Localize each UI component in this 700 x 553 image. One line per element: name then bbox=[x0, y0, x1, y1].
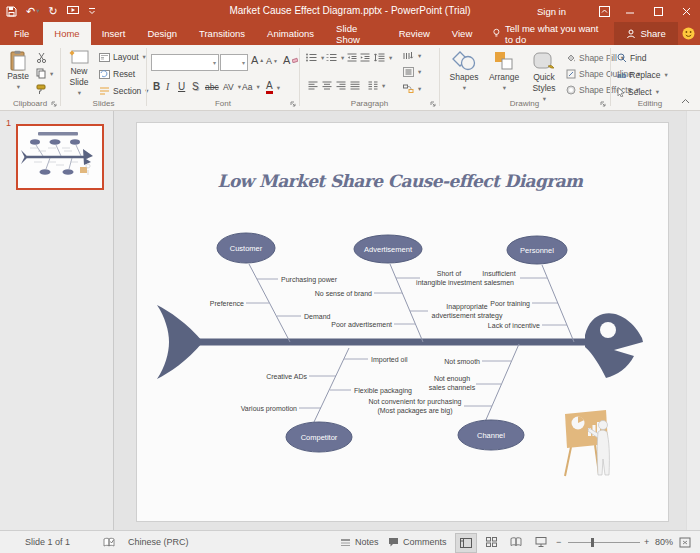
zoom-slider[interactable] bbox=[568, 542, 640, 543]
paste-button[interactable]: Paste bbox=[4, 50, 32, 90]
zoom-level[interactable]: 80% bbox=[655, 531, 673, 553]
tab-design[interactable]: Design bbox=[136, 22, 188, 45]
reading-view-button[interactable] bbox=[506, 533, 526, 551]
fish-tail[interactable] bbox=[157, 305, 203, 379]
category-label[interactable]: Customer bbox=[230, 244, 263, 253]
align-center-icon[interactable] bbox=[322, 81, 332, 90]
section-button[interactable]: Section bbox=[99, 86, 149, 96]
category-label[interactable]: Advertisement bbox=[364, 245, 413, 254]
customize-qat-icon[interactable] bbox=[88, 7, 96, 16]
layout-button[interactable]: Layout bbox=[99, 52, 146, 62]
tab-insert[interactable]: Insert bbox=[91, 22, 137, 45]
clipboard-dialog-launcher-icon[interactable] bbox=[51, 101, 57, 107]
maximize-button[interactable] bbox=[644, 0, 672, 22]
replace-button[interactable]: ab Replace bbox=[617, 70, 668, 80]
slide-thumbnail[interactable] bbox=[16, 124, 104, 190]
category-label[interactable]: Channel bbox=[477, 431, 505, 440]
select-button[interactable]: Select bbox=[617, 87, 659, 97]
justify-icon[interactable] bbox=[350, 81, 360, 90]
zoom-slider-thumb[interactable] bbox=[591, 538, 594, 547]
tab-home[interactable]: Home bbox=[43, 22, 90, 45]
slide-canvas[interactable]: Low Market Share Cause-effect Diagram bbox=[136, 122, 669, 522]
font-dialog-launcher-icon[interactable] bbox=[290, 101, 296, 107]
arrange-button[interactable]: Arrange bbox=[486, 50, 522, 91]
align-right-icon[interactable] bbox=[336, 81, 346, 90]
save-icon[interactable] bbox=[6, 6, 17, 17]
cause-label[interactable]: Not convenient for purchasing bbox=[369, 398, 462, 406]
vertical-scrollbar[interactable] bbox=[686, 111, 700, 530]
normal-view-button[interactable] bbox=[455, 533, 477, 553]
character-spacing-button[interactable]: AV bbox=[223, 82, 241, 92]
cause-label[interactable]: (Most packages are big) bbox=[377, 407, 452, 415]
font-size-combobox[interactable] bbox=[220, 54, 248, 71]
cause-label[interactable]: Creative ADs bbox=[266, 373, 307, 380]
cause-label[interactable]: Preference bbox=[210, 300, 244, 307]
tab-slide-show[interactable]: Slide Show bbox=[325, 22, 388, 45]
find-button[interactable]: Find bbox=[617, 53, 647, 63]
font-color-button[interactable]: A bbox=[266, 81, 280, 94]
undo-icon[interactable]: ↶ bbox=[26, 6, 39, 17]
cause-label[interactable]: Demand bbox=[304, 313, 331, 320]
copy-icon[interactable] bbox=[36, 68, 53, 79]
cause-label[interactable]: intangible investment bbox=[416, 279, 482, 287]
cause-label[interactable]: Lack of incentive bbox=[488, 322, 540, 329]
notes-button[interactable]: Notes bbox=[340, 531, 379, 553]
cause-label[interactable]: Not enough bbox=[434, 375, 470, 383]
tab-file[interactable]: File bbox=[0, 22, 43, 45]
decrease-indent-icon[interactable] bbox=[347, 53, 357, 62]
slide-editing-area[interactable]: Low Market Share Cause-effect Diagram bbox=[114, 111, 700, 530]
feedback-smiley-icon[interactable] bbox=[678, 22, 700, 45]
minimize-button[interactable] bbox=[616, 0, 644, 22]
font-name-combobox[interactable] bbox=[151, 54, 219, 71]
bullets-icon[interactable] bbox=[306, 53, 324, 62]
drawing-dialog-launcher-icon[interactable] bbox=[600, 101, 606, 107]
tab-view[interactable]: View bbox=[441, 22, 483, 45]
convert-to-smartart-icon[interactable] bbox=[403, 84, 421, 94]
fit-slide-to-window-icon[interactable] bbox=[679, 531, 691, 553]
cause-label[interactable]: Imported oil bbox=[371, 356, 408, 364]
cause-label[interactable]: Purchasing power bbox=[281, 276, 338, 284]
cause-label[interactable]: sales channels bbox=[429, 384, 476, 391]
slide-show-button[interactable] bbox=[531, 533, 551, 551]
cause-label[interactable]: Flexible packaging bbox=[354, 387, 412, 395]
zoom-out-button[interactable]: − bbox=[556, 531, 561, 553]
new-slide-button[interactable]: New Slide bbox=[64, 50, 94, 96]
grow-font-button[interactable]: A▲ bbox=[251, 54, 264, 66]
zoom-in-button[interactable]: + bbox=[644, 531, 649, 553]
align-text-icon[interactable] bbox=[403, 67, 421, 77]
reset-button[interactable]: Reset bbox=[99, 69, 135, 79]
cause-label[interactable]: Poor training bbox=[490, 300, 530, 308]
slide-sorter-view-button[interactable] bbox=[481, 533, 501, 551]
quick-styles-button[interactable]: Quick Styles bbox=[526, 50, 562, 102]
share-button[interactable]: Share bbox=[614, 22, 677, 45]
cause-label[interactable]: No sense of brand bbox=[315, 290, 372, 297]
cause-label[interactable]: advertisement strategy bbox=[432, 312, 503, 320]
italic-button[interactable]: I bbox=[166, 81, 169, 92]
slide-counter[interactable]: Slide 1 of 1 bbox=[25, 531, 70, 553]
change-case-button[interactable]: Aa bbox=[242, 82, 260, 92]
category-label[interactable]: Competitor bbox=[301, 433, 338, 442]
cause-label[interactable]: Poor advertisement bbox=[331, 321, 392, 328]
shrink-font-button[interactable]: A▼ bbox=[266, 56, 278, 66]
paragraph-dialog-launcher-icon[interactable] bbox=[430, 101, 436, 107]
clear-formatting-button[interactable]: A bbox=[283, 54, 298, 66]
underline-button[interactable]: U bbox=[178, 81, 185, 92]
text-shadow-button[interactable]: S bbox=[192, 81, 199, 92]
language-indicator[interactable]: Chinese (PRC) bbox=[128, 531, 189, 553]
align-left-icon[interactable] bbox=[308, 81, 318, 90]
cause-label[interactable]: Inappropriate bbox=[446, 303, 487, 311]
fish-head[interactable] bbox=[585, 313, 643, 378]
text-direction-icon[interactable] bbox=[403, 51, 421, 61]
columns-icon[interactable] bbox=[368, 81, 385, 90]
increase-indent-icon[interactable] bbox=[360, 53, 370, 62]
presenter-clipart[interactable] bbox=[565, 410, 609, 476]
format-painter-icon[interactable] bbox=[36, 84, 47, 95]
tell-me-box[interactable]: Tell me what you want to do bbox=[483, 22, 614, 45]
cut-icon[interactable] bbox=[36, 52, 47, 63]
category-label[interactable]: Personnel bbox=[520, 246, 554, 255]
cause-label[interactable]: Short of bbox=[437, 270, 462, 277]
close-button[interactable] bbox=[672, 0, 700, 22]
shapes-button[interactable]: Shapes bbox=[446, 50, 482, 91]
diagram-title[interactable]: Low Market Share Cause-effect Diagram bbox=[218, 171, 585, 191]
ribbon-display-options-icon[interactable] bbox=[592, 0, 616, 22]
